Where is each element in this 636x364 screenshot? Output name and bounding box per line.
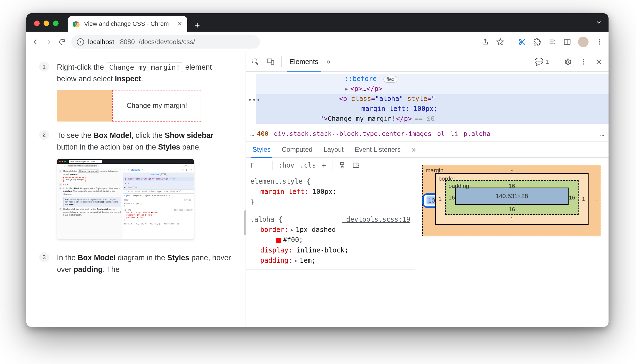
val-padding[interactable]: 1em	[300, 257, 312, 264]
forward-button[interactable]	[45, 38, 53, 46]
site-info-icon[interactable]: i	[77, 38, 84, 46]
tab-elements[interactable]: Elements	[288, 52, 319, 71]
tab-layout[interactable]: Layout	[324, 141, 344, 158]
brace-close: }	[250, 197, 410, 207]
color-swatch[interactable]	[276, 238, 281, 243]
svg-rect-9	[253, 59, 256, 62]
styles-tabs: Styles Computed Layout Event Listeners »	[246, 141, 609, 158]
reading-list-icon[interactable]	[548, 38, 556, 46]
browser-tab[interactable]: View and change CSS - Chrom ✕	[68, 16, 187, 32]
bm-border-right[interactable]: 1	[582, 196, 585, 202]
dom-row-p-collapsed[interactable]: ▸<p>…</p>	[256, 84, 609, 94]
close-devtools-icon[interactable]	[595, 58, 603, 66]
element-style-block[interactable]: element.style { margin-left: 100px; }	[246, 173, 415, 211]
expand-icon[interactable]: ▸	[294, 257, 298, 264]
share-icon[interactable]	[481, 38, 489, 46]
paint-icon[interactable]	[338, 161, 346, 170]
bm-border-left[interactable]: 1	[438, 196, 442, 202]
bm-border[interactable]: border 1 1 1 1 padding 16 16 16	[435, 173, 589, 225]
hov-toggle[interactable]: :hov	[278, 161, 294, 169]
bm-margin-top[interactable]: -	[511, 167, 513, 174]
flex-badge[interactable]: flex	[383, 76, 397, 83]
tab-event-listeners[interactable]: Event Listeners	[355, 141, 400, 158]
cls-toggle[interactable]: .cls	[300, 161, 316, 169]
val-display[interactable]: inline-block	[296, 246, 344, 254]
inspect-icon[interactable]	[251, 58, 260, 66]
prop-padding[interactable]: padding	[260, 257, 288, 264]
bookmark-icon[interactable]	[496, 38, 504, 46]
bm-padding-right[interactable]: 16	[569, 194, 575, 201]
box-model[interactable]: margin - - - 100 border 1 1 1 1	[415, 158, 609, 327]
dom-tree[interactable]: ••• ::before flex ▸<p>…</p> <p class="al…	[246, 72, 609, 126]
page-scrollbar[interactable]	[244, 210, 246, 235]
val-border-1[interactable]: 1px	[296, 226, 308, 234]
side-panel-icon[interactable]	[563, 38, 571, 46]
prop-border[interactable]: border	[260, 226, 284, 234]
dom-breadcrumb[interactable]: … 400 div.stack.stack--block.type.center…	[246, 126, 609, 141]
bm-margin-label: margin	[426, 167, 443, 174]
close-icon[interactable]	[34, 21, 40, 26]
bm-border-bottom[interactable]: 1	[510, 216, 514, 223]
menu-icon[interactable]	[595, 38, 604, 46]
prop-display[interactable]: display	[260, 246, 288, 254]
tab-computed[interactable]: Computed	[282, 141, 312, 158]
bc-ol[interactable]: ol	[437, 130, 445, 137]
dom-row-before[interactable]: ::before flex	[256, 74, 609, 84]
eq0-indicator: == $0	[415, 115, 435, 123]
margin-demo-box[interactable]: Change my margin!	[112, 90, 201, 122]
new-tab-button[interactable]: ＋	[191, 18, 204, 32]
bc-div[interactable]: div.stack.stack--block.type.center-image…	[274, 130, 431, 137]
bc-dots-left[interactable]: …	[250, 130, 254, 137]
extensions-icon[interactable]	[533, 38, 541, 46]
bc-num[interactable]: 400	[257, 130, 269, 137]
step-1: 1 Right-click the Change my margin! elem…	[39, 62, 233, 122]
minimize-icon[interactable]	[44, 21, 49, 26]
bm-margin-bottom[interactable]: -	[511, 228, 513, 234]
device-toggle-icon[interactable]	[266, 58, 275, 66]
issues-badge[interactable]: 💬1	[534, 57, 549, 66]
page-content: 1 Right-click the Change my margin! elem…	[26, 52, 246, 327]
s2t1: To see the	[57, 131, 94, 140]
aloha-block[interactable]: _devtools.scss:19 .aloha { border:▸1px d…	[246, 211, 415, 270]
tab-close-icon[interactable]: ✕	[177, 20, 182, 27]
tabs-chevron-icon[interactable]	[596, 19, 602, 27]
styles-filter-bar: :hov .cls +	[246, 158, 415, 173]
prop-margin-left[interactable]: margin-left	[260, 188, 304, 196]
dom-row-style-rule[interactable]: margin-left: 100px;	[256, 104, 609, 114]
bm-margin[interactable]: margin - - - 100 border 1 1 1 1	[422, 165, 601, 236]
chrome-favicon-icon	[73, 20, 80, 27]
styles-filter-input[interactable]	[250, 162, 267, 169]
maximize-icon[interactable]	[53, 21, 59, 26]
fold-icon[interactable]: ▸	[345, 85, 349, 93]
url-input[interactable]: i localhost:8080/docs/devtools/css/	[71, 35, 260, 49]
more-tabs-icon[interactable]: »	[326, 57, 331, 66]
profile-avatar[interactable]	[578, 37, 589, 47]
bm-content[interactable]: 140.531×28	[455, 188, 569, 205]
more-styles-tabs-icon[interactable]: »	[412, 145, 416, 154]
toolbar-right	[481, 37, 604, 47]
settings-icon[interactable]	[564, 58, 572, 66]
tab-styles[interactable]: Styles	[253, 141, 271, 158]
bm-padding-top[interactable]: 16	[509, 183, 515, 189]
show-sidebar-icon[interactable]	[352, 161, 360, 170]
source-link[interactable]: _devtools.scss:19	[342, 214, 410, 225]
kebab-menu-icon[interactable]	[579, 58, 587, 66]
bc-paloha[interactable]: p.aloha	[464, 130, 491, 137]
back-button[interactable]	[31, 38, 40, 46]
val-margin-left[interactable]: 100px	[312, 188, 332, 196]
bm-padding-left[interactable]: 16	[448, 194, 455, 201]
new-rule-icon[interactable]: +	[322, 160, 327, 170]
reload-button[interactable]	[58, 38, 66, 46]
val-border-2[interactable]: dashed	[312, 226, 336, 234]
dom-row-selected[interactable]: <p class="aloha" style="	[256, 94, 609, 104]
dom-row-close[interactable]: ">Change my margin!</p>== $0	[256, 114, 609, 124]
bc-dots-right[interactable]: …	[600, 130, 604, 137]
val-border-color[interactable]: #f00	[283, 236, 299, 244]
expand-icon[interactable]: ▸	[290, 226, 294, 234]
bc-li[interactable]: li	[450, 130, 458, 137]
scissors-icon[interactable]	[518, 38, 526, 46]
bm-padding-bottom[interactable]: 16	[509, 206, 515, 213]
bm-margin-right[interactable]: -	[596, 197, 598, 204]
bm-padding[interactable]: padding 16 16 16 16 140.531×28	[445, 180, 579, 215]
s3t2: diagram in the	[116, 254, 167, 262]
